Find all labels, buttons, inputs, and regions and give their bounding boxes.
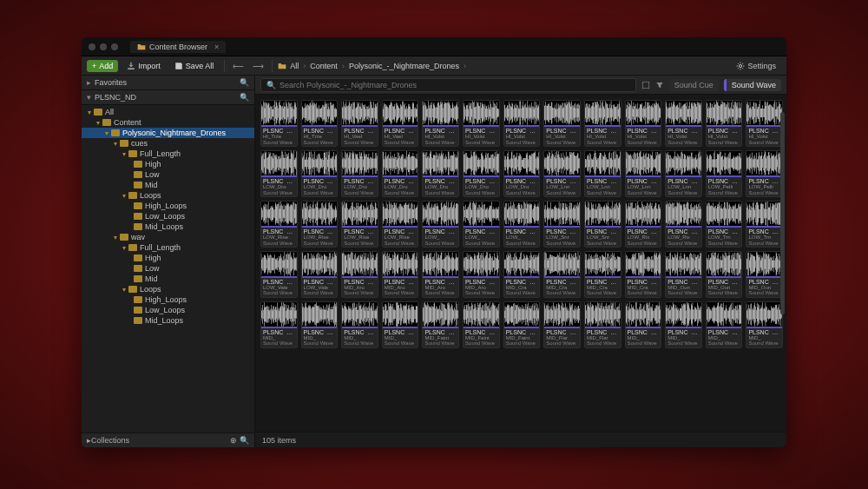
asset-tile[interactable]: PLSNC_N...HI_VaelSound Wave xyxy=(382,100,419,147)
asset-tile[interactable]: PLSNC_N...MID_Sound Wave xyxy=(260,301,298,348)
asset-tile[interactable]: PLSNC_N...MID_Sound Wave xyxy=(706,301,743,348)
asset-tile[interactable]: PLSNC_N...HI_VolstSound Wave xyxy=(746,100,783,147)
asset-tile[interactable]: PLSNC_N...HI_VolstSound Wave xyxy=(706,100,743,147)
asset-tile[interactable]: PLSNC_N...LOW_DroSound Wave xyxy=(503,150,541,197)
asset-tile[interactable]: PLSNC_N...HI_VolstSound Wave xyxy=(625,100,662,147)
asset-tile[interactable]: PLSNC_N...HI_VolstSound Wave xyxy=(463,100,500,147)
asset-tile[interactable]: PLSNC_N...MID_AroSound Wave xyxy=(341,251,378,298)
tree-item[interactable]: ▾Loops xyxy=(82,284,254,294)
asset-tile[interactable]: PLSNC_N...MID_FaintSound Wave xyxy=(503,301,541,348)
asset-tile[interactable]: PLSNC_N...MID_OunSound Wave xyxy=(665,251,702,298)
asset-tile[interactable]: PLSNC_N...HI_VolstSound Wave xyxy=(503,100,541,147)
tree-item[interactable]: High_Loops xyxy=(82,201,254,211)
chevron-down-icon[interactable]: ▾ xyxy=(105,129,108,137)
tree-item[interactable]: ▾cues xyxy=(82,138,254,149)
asset-tile[interactable]: PLSNC_N...MID_FlarSound Wave xyxy=(543,301,581,348)
search-input[interactable]: 🔍 Search Polysonic_-_Nightmare_Drones xyxy=(260,78,636,92)
asset-tile[interactable]: PLSNC_N...LOW_LnnSound Wave xyxy=(543,150,581,197)
tree-item[interactable]: ▾Full_Length xyxy=(82,242,254,253)
asset-tile[interactable]: PLSNC_N...HI_TrzeSound Wave xyxy=(260,100,298,147)
asset-tile[interactable]: PLSNC_N...LOW_SnrSound Wave xyxy=(584,201,621,248)
tree-item[interactable]: ▾Full_Length xyxy=(82,149,254,159)
asset-tile[interactable]: PLSNC_N...LOW_LnnSound Wave xyxy=(584,150,621,197)
tree-item[interactable]: Low xyxy=(82,263,254,274)
asset-tile[interactable]: PLSNC_N...LOW_PelliSound Wave xyxy=(746,150,783,197)
tree-item[interactable]: Mid xyxy=(82,180,254,190)
asset-tile[interactable]: PLSNC_N...LOW_DroSound Wave xyxy=(422,150,459,197)
crumb[interactable]: All xyxy=(290,62,299,70)
filter-icon[interactable] xyxy=(655,81,664,89)
asset-tile[interactable]: PLSNC_N...MID_OunSound Wave xyxy=(746,251,783,298)
asset-tile[interactable]: PLSNC_N...LOW_RixSound Wave xyxy=(665,201,702,248)
asset-tile[interactable]: PLSNC_N...LOW_Sound Wave xyxy=(503,201,541,248)
asset-tile[interactable]: PLSNC_N...HI_TrzeSound Wave xyxy=(301,100,339,147)
filter-sound-wave[interactable]: Sound Wave xyxy=(724,79,781,91)
asset-tile[interactable]: PLSNC_N...MID_AroSound Wave xyxy=(382,251,419,298)
asset-tile[interactable]: PLSNC_N...LOW_PelliSound Wave xyxy=(706,150,743,197)
search-icon[interactable]: 🔍 xyxy=(240,78,249,87)
chevron-down-icon[interactable]: ▾ xyxy=(122,286,126,294)
asset-tile[interactable]: PLSNC_N...LOW_DroSound Wave xyxy=(463,150,500,197)
tree-item[interactable]: ▾Loops xyxy=(82,190,254,201)
asset-tile[interactable]: PLSNC_N...HI_VaelSound Wave xyxy=(341,100,378,147)
history-back-icon[interactable]: ⟵ xyxy=(230,62,247,70)
chevron-down-icon[interactable]: ▾ xyxy=(96,119,100,127)
collections-header[interactable]: ▸Collections ⊕ 🔍 xyxy=(82,433,254,447)
search-icon[interactable]: 🔍 xyxy=(240,436,249,445)
chevron-down-icon[interactable]: ▾ xyxy=(88,109,91,116)
scrollbar[interactable] xyxy=(780,112,785,314)
tree-item[interactable]: ▾Polysonic_Nightmare_Drones xyxy=(82,128,254,138)
asset-tile[interactable]: PLSNC_N...MID_AroSound Wave xyxy=(422,251,459,298)
settings-button[interactable]: Settings xyxy=(731,60,781,72)
asset-tile[interactable]: PLSNC_N...MID_Sound Wave xyxy=(301,301,339,348)
project-header[interactable]: ▾PLSNC_ND 🔍 xyxy=(82,90,254,105)
close-dot[interactable] xyxy=(89,43,95,50)
tree-item[interactable]: High_Loops xyxy=(82,294,254,305)
asset-tile[interactable]: PLSNC_N...LOW_LnnSound Wave xyxy=(625,150,662,197)
asset-tile[interactable]: PLSNC_N...LOW_DroSound Wave xyxy=(301,150,339,197)
asset-tile[interactable]: PLSNC_N...LOW_TrnSound Wave xyxy=(746,201,783,248)
asset-tile[interactable]: PLSNC_N...LOW_RixSound Wave xyxy=(625,201,662,248)
asset-tile[interactable]: PLSNC_N...LOW_DroSound Wave xyxy=(341,150,378,197)
asset-tile[interactable]: PLSNC_N...HI_VolstSound Wave xyxy=(665,100,702,147)
asset-tile[interactable]: PLSNC_N...MID_AroSound Wave xyxy=(463,251,500,298)
asset-tile[interactable]: PLSNC_N...HI_VolstSound Wave xyxy=(422,100,459,147)
tree-item[interactable]: Mid xyxy=(82,274,254,284)
chevron-down-icon[interactable]: ▾ xyxy=(114,234,117,241)
asset-tile[interactable]: PLSNC_N...LOW_RiseSound Wave xyxy=(301,201,339,248)
tree-item[interactable]: Low xyxy=(82,169,254,180)
chevron-down-icon[interactable]: ▾ xyxy=(122,244,126,252)
asset-tile[interactable]: PLSNC_N...LOW_RiseSound Wave xyxy=(382,201,419,248)
minimize-dot[interactable] xyxy=(100,43,107,50)
asset-tile[interactable]: PLSNC_N...MID_FaintSound Wave xyxy=(463,301,500,348)
chevron-down-icon[interactable]: ▾ xyxy=(114,140,117,148)
asset-tile[interactable]: PLSNC_N...MID_CraSound Wave xyxy=(584,251,621,298)
asset-tile[interactable]: PLSNC_N...LOW_ValeSound Wave xyxy=(260,251,298,298)
asset-tile[interactable]: PLSNC_N...MID_CraSound Wave xyxy=(503,251,541,298)
asset-tile[interactable]: PLSNC_N...LOW_LnnSound Wave xyxy=(665,150,702,197)
chevron-down-icon[interactable]: ▾ xyxy=(122,150,126,158)
asset-tile[interactable]: PLSNC_N...LOW_ValeSound Wave xyxy=(301,251,339,298)
asset-tile[interactable]: PLSNC_N...LOW_RiseSound Wave xyxy=(260,201,298,248)
filter-sound-cue[interactable]: Sound Cue xyxy=(669,79,719,91)
asset-tile[interactable]: PLSNC_N...HI_VolstSound Wave xyxy=(543,100,581,147)
crumb[interactable]: Content xyxy=(310,62,338,70)
tree-item[interactable]: High xyxy=(82,159,254,169)
asset-tile[interactable]: PLSNC_N...MID_Sound Wave xyxy=(382,301,419,348)
import-button[interactable]: Import xyxy=(122,60,166,72)
tree-item[interactable]: ▾wav xyxy=(82,232,254,242)
asset-tile[interactable]: PLSNC_N...LOW_Sound Wave xyxy=(463,201,500,248)
asset-tile[interactable]: PLSNC_N...MID_Sound Wave xyxy=(625,301,662,348)
asset-tile[interactable]: PLSNC_N...MID_CraSound Wave xyxy=(543,251,581,298)
chevron-down-icon[interactable]: ▾ xyxy=(122,192,126,200)
favorites-header[interactable]: ▸Favorites 🔍 xyxy=(82,76,254,90)
tree-item[interactable]: Low_Loops xyxy=(82,305,254,315)
save-all-button[interactable]: Save All xyxy=(169,60,220,72)
asset-tile[interactable]: PLSNC_N...LOW_TrnSound Wave xyxy=(706,201,743,248)
asset-tile[interactable]: PLSNC_N...LOW_RiseSound Wave xyxy=(341,201,378,248)
asset-tile[interactable]: PLSNC_N...MID_FaintSound Wave xyxy=(422,301,459,348)
asset-tile[interactable]: PLSNC_N...MID_OunSound Wave xyxy=(706,251,743,298)
save-search-icon[interactable] xyxy=(641,81,650,89)
add-button[interactable]: + Add xyxy=(87,60,118,72)
tree-item[interactable]: ▾All xyxy=(82,107,254,117)
